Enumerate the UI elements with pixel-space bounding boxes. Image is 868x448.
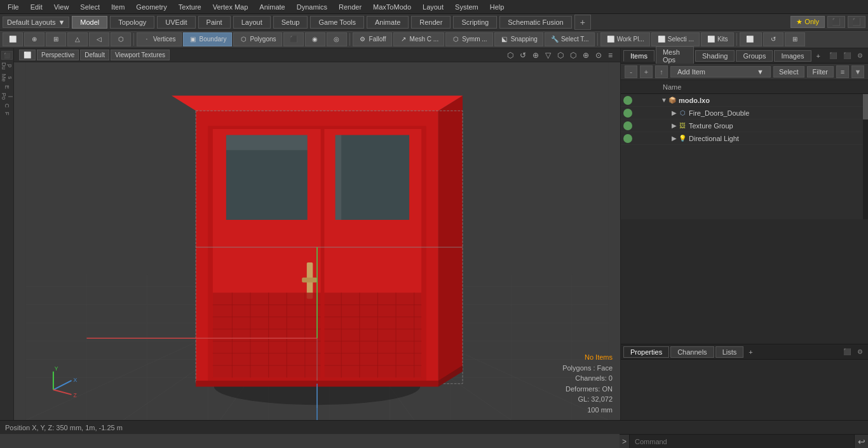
layout-config-btn[interactable]: ⬛ (848, 16, 865, 28)
right-tab-groups[interactable]: Groups (736, 50, 773, 62)
menu-vertexmap[interactable]: Vertex Map (208, 2, 254, 12)
tool-boundary[interactable]: ▣Boundary (183, 32, 233, 46)
items-minus-btn[interactable]: - (625, 65, 637, 78)
menu-file[interactable]: File (3, 2, 24, 12)
prop-icon-expand[interactable]: ⬛ (841, 347, 853, 356)
tool-circle[interactable]: ◉ (305, 32, 325, 46)
tool-falloff[interactable]: ↗Mesh C ... (393, 32, 445, 46)
expand-light[interactable]: ▶ (670, 135, 678, 142)
rtab-icon-1[interactable]: ⬛ (827, 51, 839, 60)
vp-shading[interactable]: Viewport Textures (111, 50, 170, 60)
tool-workplane[interactable]: ⬜Selecti ... (651, 32, 700, 46)
tab-render[interactable]: Render (411, 16, 451, 29)
menu-view[interactable]: View (49, 2, 74, 12)
vp-icon-3[interactable]: ⊕ (530, 50, 541, 61)
tool-symm[interactable]: ⬕Snapping (494, 32, 543, 46)
star-only-toggle[interactable]: ★ Only (790, 16, 825, 28)
prop-tab-properties[interactable]: Properties (623, 346, 669, 358)
menu-layout[interactable]: Layout (417, 2, 449, 12)
tree-row-texture[interactable]: ▶ 🖼 Texture Group (621, 119, 868, 132)
menu-render[interactable]: Render (334, 2, 367, 12)
rtab-icon-2[interactable]: ⬛ (841, 51, 853, 60)
tab-paint[interactable]: Paint (198, 16, 231, 29)
vp-camera[interactable]: Perspective (37, 50, 79, 60)
vp-icon-4[interactable]: ▽ (543, 50, 553, 61)
items-settings-btn[interactable]: ≡ (836, 65, 849, 78)
vp-icon-6[interactable]: ⬡ (567, 50, 579, 61)
vp-icon-9[interactable]: ≡ (606, 50, 615, 61)
menu-dynamics[interactable]: Dynamics (292, 2, 332, 12)
tool-ring[interactable]: ◎ (327, 32, 347, 46)
items-plus-btn[interactable]: + (640, 65, 653, 78)
viewport[interactable]: ⬜ Perspective Default Viewport Textures … (14, 48, 620, 420)
vis-dot-fire[interactable] (623, 109, 632, 118)
layout-dropdown[interactable]: Default Layouts ▼ (3, 17, 69, 28)
tab-uvedit[interactable]: UVEdit (157, 16, 195, 29)
tab-topology[interactable]: Topology (110, 16, 154, 29)
menu-item[interactable]: Item (106, 2, 130, 12)
tool-selection[interactable]: ⬜Kits (701, 32, 734, 46)
prop-tab-add[interactable]: + (745, 347, 756, 357)
menu-maxtomodo[interactable]: MaxToModo (368, 2, 416, 12)
layout-expand-btn[interactable]: ⬛ (827, 16, 845, 28)
tool-selectt[interactable]: ⬜Work Pl... (600, 32, 650, 46)
items-scrollbar[interactable] (863, 94, 868, 219)
menu-geometry[interactable]: Geometry (131, 2, 172, 12)
vp-icon-7[interactable]: ⊕ (580, 50, 592, 61)
tool-polygons[interactable]: ⬡Polygons (233, 32, 281, 46)
vis-dot-texture[interactable] (623, 121, 632, 130)
tool-hex[interactable]: ⬡ (111, 32, 131, 46)
tool-mesh[interactable]: ⬡Symm ... (445, 32, 492, 46)
tool-snapping[interactable]: 🔧Select T... (545, 32, 595, 46)
tool-expand[interactable]: ⬜ (3, 32, 23, 46)
rtab-icon-3[interactable]: ⚙ (855, 51, 865, 60)
vp-mode[interactable]: Default (80, 50, 109, 60)
menu-system[interactable]: System (450, 2, 484, 12)
command-input[interactable] (630, 435, 854, 448)
right-tab-shading[interactable]: Shading (695, 50, 735, 62)
menu-select[interactable]: Select (75, 2, 105, 12)
vp-expand[interactable]: ⬜ (19, 50, 36, 60)
tool-tri[interactable]: △ (67, 32, 88, 46)
items-up-btn[interactable]: ↑ (655, 65, 668, 78)
tool-vertices[interactable]: ·Vertices (137, 32, 182, 46)
prop-tab-channels[interactable]: Channels (670, 346, 714, 358)
tool-action[interactable]: ⚙Falloff (353, 32, 392, 46)
expand-texture[interactable]: ▶ (670, 122, 678, 130)
filter-button[interactable]: Filter (807, 66, 834, 78)
tool-kits[interactable]: ⬜ (740, 32, 762, 46)
prop-icon-config[interactable]: ⚙ (855, 347, 865, 356)
tab-scripting[interactable]: Scripting (453, 16, 497, 29)
tab-layout[interactable]: Layout (233, 16, 271, 29)
right-tab-images[interactable]: Images (774, 50, 811, 62)
add-item-button[interactable]: Add Item ▼ (670, 66, 771, 78)
vp-icon-1[interactable]: ⬡ (505, 50, 516, 61)
expand-modo[interactable]: ▼ (660, 97, 668, 104)
tab-schematicfusion[interactable]: Schematic Fusion (499, 16, 571, 29)
right-tab-items[interactable]: Items (623, 50, 654, 62)
tool-back[interactable]: ◁ (89, 32, 109, 46)
menu-edit[interactable]: Edit (25, 2, 48, 12)
items-config-btn[interactable]: ▼ (851, 65, 864, 78)
vp-icon-8[interactable]: ⊙ (593, 50, 604, 61)
vp-icon-2[interactable]: ↺ (517, 50, 529, 61)
tree-row-modo-lxo[interactable]: ▼ 📦 modo.lxo (621, 94, 868, 107)
tab-gametools[interactable]: Game Tools (310, 16, 364, 29)
tree-row-fire-doors[interactable]: ▶ ⬡ Fire_Doors_Double (621, 107, 868, 119)
vp-icon-5[interactable]: ⬡ (555, 50, 566, 61)
select-button[interactable]: Select (773, 66, 804, 78)
tool-add[interactable]: ⊕ (24, 32, 44, 46)
vis-dot-modo[interactable] (623, 96, 632, 105)
command-submit[interactable]: ↩ (854, 435, 868, 448)
menu-texture[interactable]: Texture (173, 2, 207, 12)
command-prompt[interactable]: > (620, 435, 630, 448)
right-tab-meshops[interactable]: Mesh Ops (656, 46, 694, 65)
right-tab-add[interactable]: + (813, 51, 824, 61)
left-tool-1[interactable]: ⬛ (1, 51, 13, 60)
tool-grid[interactable]: ⊞ (46, 32, 66, 46)
tab-add-button[interactable]: + (574, 15, 591, 30)
tab-animate[interactable]: Animate (367, 16, 409, 29)
items-tree[interactable]: ▼ 📦 modo.lxo ▶ ⬡ Fire_Doors_Double ▶ (621, 94, 868, 219)
tab-setup[interactable]: Setup (273, 16, 308, 29)
tool-rotate[interactable]: ↺ (763, 32, 783, 46)
